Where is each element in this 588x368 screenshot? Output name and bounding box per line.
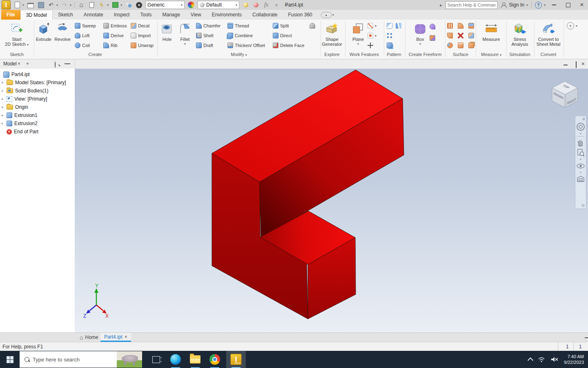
tree-item-extrusion2[interactable]: +Extrusion2 [0,119,75,128]
sculpt-button[interactable] [458,22,463,29]
sign-in-button[interactable]: Sign In [509,2,524,8]
wifi-icon[interactable] [538,356,545,363]
tab-file[interactable]: File [1,10,20,20]
panel-label-work-features[interactable]: Work Features [346,52,382,57]
expand-arrow-icon[interactable]: ▸ [440,3,442,7]
plane-button[interactable]: Plane ▾ [345,21,371,47]
ground-icon[interactable] [310,22,315,29]
undo-icon[interactable]: ↶ [47,1,55,9]
thicken-offset-button[interactable]: Thicken/ Offset [227,42,265,49]
redo-icon[interactable]: ↷ [61,1,68,9]
tree-item-extrusion1[interactable]: +Extrusion1 [0,111,75,119]
tab-fusion-360[interactable]: Fusion 360 [283,10,317,20]
tab-sketch[interactable]: Sketch [53,10,78,20]
start-2d-sketch-button[interactable]: Start 2D Sketch ▾ [4,21,29,47]
adjust-appearance-icon[interactable] [242,1,249,9]
tab-3d-model[interactable]: 3D Model [20,10,53,20]
loft-button[interactable]: Loft [75,32,89,39]
expand-icon[interactable]: + [0,89,4,93]
3d-viewport[interactable]: TOP FRONT RIGHT Y X Z ⊗ ▾ [75,69,588,332]
circular-pattern-button[interactable] [387,32,392,39]
browser-add-tab-icon[interactable]: + [26,59,29,68]
inventor-logo-icon[interactable]: I [2,0,11,9]
trim-button[interactable] [458,32,463,39]
tab-inspect[interactable]: Inspect [109,10,135,20]
edge-button[interactable] [167,351,184,368]
search-highlight-image[interactable] [117,351,142,368]
minimize-button[interactable] [549,0,559,9]
tree-item-origin[interactable]: +Origin [0,103,75,111]
derive-button[interactable]: Derive [103,32,124,39]
direct-button[interactable]: Direct [273,32,292,39]
home-icon[interactable]: ⌂ [78,1,85,9]
expand-icon[interactable]: + [0,81,4,85]
coil-button[interactable]: Coil [75,42,90,49]
file-explorer-button[interactable] [187,351,203,368]
revolve-button[interactable]: Revolve [50,21,75,42]
zoom-icon[interactable] [577,148,585,157]
browser-search-icon[interactable] [55,62,56,67]
doc-minimize-icon[interactable] [564,59,568,68]
ribbon-collapse-dropdown-icon[interactable]: ▾ [332,13,334,20]
sketch-driven-pattern-button[interactable] [387,42,392,49]
tab-collaborate[interactable]: Collaborate [247,10,283,20]
panel-label-measure[interactable]: Measure ▾ [477,52,506,57]
shell-button[interactable]: Shell [196,32,213,39]
restore-button[interactable] [563,0,573,9]
component-icon[interactable] [125,1,132,9]
stitch-button[interactable] [447,22,453,29]
expand-icon[interactable]: + [0,113,4,118]
expand-icon[interactable]: + [0,105,4,110]
rectangular-pattern-button[interactable] [387,22,392,29]
axis-button[interactable]: ▾ [368,22,376,29]
tree-item-part[interactable]: Part4.ipt [0,70,75,79]
point-button[interactable]: ▾ [368,32,376,39]
browser-tab-close-icon[interactable]: × [18,59,20,68]
close-button[interactable]: × [577,0,587,9]
patch-button[interactable] [468,22,474,29]
freeform-convert-button[interactable] [430,35,435,41]
ruled-surface-button[interactable] [468,42,474,49]
volume-muted-icon[interactable] [550,356,559,363]
clock[interactable]: 7:40 AM 9/22/2023 [564,354,584,365]
panel-label-explore[interactable]: Explore [319,52,345,57]
orbit-icon[interactable] [576,162,585,170]
add-quick-access-icon[interactable]: + [273,1,280,9]
delete-face-button[interactable]: Delete Face [273,42,304,49]
view-cube[interactable]: TOP FRONT RIGHT [552,81,578,108]
panel-label-modify[interactable]: Modify ▾ [225,52,253,57]
appearance-wheel-icon[interactable] [187,1,195,9]
look-at-icon[interactable] [576,175,585,183]
tab-view[interactable]: View [185,10,207,20]
doc-close-icon[interactable]: × [581,59,585,68]
tree-item-model-states[interactable]: +Model States: [Primary] [0,79,75,87]
tree-item-view[interactable]: +View: [Primary] [0,95,75,103]
sweep-button[interactable]: Sweep [75,22,96,29]
undo-dropdown-icon[interactable]: ▾ [56,3,58,7]
ribbon-overflow-button[interactable]: ▼▾ [567,22,577,29]
help-icon[interactable]: ? [535,2,542,9]
doc-tab-part4[interactable]: Part4.ipt × [100,333,131,342]
extend-button[interactable] [447,42,453,49]
tab-annotate[interactable]: Annotate [78,10,109,20]
freeform-face-button[interactable] [430,23,435,30]
ilogic-icon[interactable]: ϟ [98,1,105,9]
combine-button[interactable]: Combine [227,32,253,39]
save-icon[interactable] [37,1,45,9]
emboss-button[interactable]: Emboss [103,22,127,29]
unwrap-button[interactable]: Unwrap [131,42,154,49]
inventor-taskbar-button[interactable]: IPRO [226,351,246,368]
chrome-button[interactable] [207,351,223,368]
redo-dropdown-icon[interactable]: ▾ [70,3,71,7]
split-button[interactable]: Split [273,22,289,29]
ribbon-collapse-button[interactable]: ▲ [321,12,332,18]
navbar-dropdown-icon[interactable]: ▾ [580,132,581,135]
thicken-surface-button[interactable] [458,42,463,49]
sign-in-dropdown-icon[interactable]: ▾ [526,3,528,7]
part-solid[interactable] [212,70,404,319]
expand-icon[interactable]: + [0,121,4,126]
doc-restore-icon[interactable] [576,62,577,67]
panel-label-pattern[interactable]: Pattern [383,52,405,57]
measure-button[interactable]: Measure [479,21,504,42]
start-button[interactable] [0,351,20,368]
